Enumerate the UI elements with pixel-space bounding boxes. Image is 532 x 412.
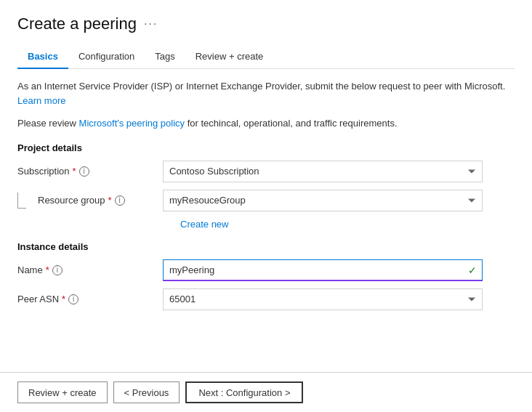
- name-input[interactable]: [163, 259, 483, 281]
- description-line1: As an Internet Service Provider (ISP) or…: [17, 81, 505, 92]
- project-details-section: Project details: [17, 142, 515, 153]
- description-block: As an Internet Service Provider (ISP) or…: [17, 79, 515, 108]
- tab-review-create[interactable]: Review + create: [185, 45, 274, 69]
- subscription-select-wrapper: Contoso Subscription: [163, 161, 483, 182]
- previous-button[interactable]: < Previous: [113, 381, 180, 403]
- indent-bracket: [17, 193, 26, 209]
- peer-asn-select[interactable]: 65001: [163, 288, 483, 310]
- name-required: *: [46, 264, 49, 275]
- peer-asn-select-wrapper: 65001: [163, 288, 483, 310]
- instance-details-section: Instance details: [17, 241, 515, 252]
- name-info-icon[interactable]: i: [52, 265, 63, 275]
- peer-asn-label: Peer ASN * i: [17, 294, 163, 304]
- peer-asn-control: 65001: [163, 288, 483, 310]
- resource-group-info-icon[interactable]: i: [115, 195, 125, 206]
- resource-group-select[interactable]: myResouceGroup: [163, 190, 483, 211]
- desc-prefix: Please review: [17, 118, 79, 129]
- resource-group-row: Resource group * i myResouceGroup: [17, 190, 515, 211]
- peer-asn-info-icon[interactable]: i: [68, 294, 78, 304]
- create-new-link[interactable]: Create new: [180, 219, 228, 230]
- peering-policy-block: Please review Microsoft's peering policy…: [17, 116, 515, 131]
- subscription-select[interactable]: Contoso Subscription: [163, 161, 483, 182]
- subscription-control: Contoso Subscription: [163, 161, 483, 182]
- name-check-icon: ✓: [468, 264, 477, 276]
- name-row: Name * i ✓: [17, 259, 515, 281]
- tab-tags[interactable]: Tags: [145, 45, 185, 69]
- name-input-wrapper: ✓: [163, 259, 483, 281]
- resource-group-control: myResouceGroup: [163, 190, 483, 211]
- resource-group-select-wrapper: myResouceGroup: [163, 190, 483, 211]
- peer-asn-required: *: [62, 294, 65, 304]
- tab-basics[interactable]: Basics: [17, 45, 68, 69]
- name-control: ✓: [163, 259, 483, 281]
- peering-policy-link[interactable]: Microsoft's peering policy: [79, 118, 185, 129]
- next-configuration-button[interactable]: Next : Configuration >: [185, 381, 303, 403]
- footer: Review + create < Previous Next : Config…: [0, 372, 532, 412]
- review-create-button[interactable]: Review + create: [17, 381, 108, 403]
- peer-asn-row: Peer ASN * i 65001: [17, 288, 515, 310]
- page-title: Create a peering ···: [17, 15, 515, 33]
- learn-more-link[interactable]: Learn more: [17, 95, 65, 106]
- page-title-text: Create a peering: [17, 15, 137, 33]
- tabs-nav: Basics Configuration Tags Review + creat…: [17, 45, 515, 69]
- subscription-info-icon[interactable]: i: [79, 166, 89, 177]
- resource-group-required: *: [108, 195, 112, 206]
- subscription-row: Subscription * i Contoso Subscription: [17, 161, 515, 182]
- name-label: Name * i: [17, 264, 163, 275]
- tab-configuration[interactable]: Configuration: [68, 45, 145, 69]
- subscription-label: Subscription * i: [17, 166, 163, 177]
- resource-group-label-container: Resource group * i: [17, 193, 163, 209]
- create-new-container: Create new: [180, 219, 515, 230]
- page-title-ellipsis: ···: [144, 17, 158, 31]
- desc-suffix: for techincal, operational, and traffic …: [185, 118, 397, 129]
- subscription-required: *: [73, 166, 76, 177]
